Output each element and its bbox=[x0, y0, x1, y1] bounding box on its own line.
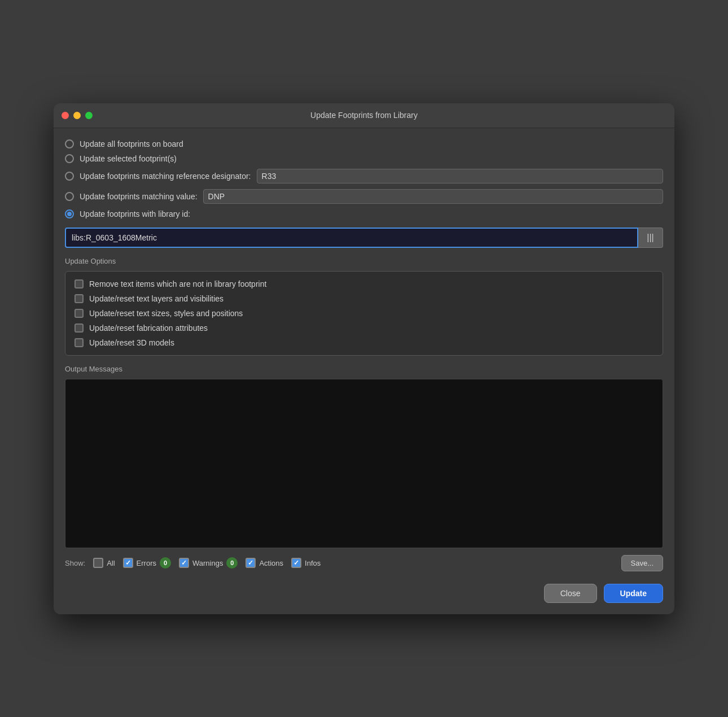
update-button[interactable]: Update bbox=[604, 584, 663, 603]
ref-designator-input[interactable] bbox=[257, 169, 663, 183]
radio-row-libid: Update footprints with library id: bbox=[65, 209, 663, 218]
value-input[interactable] bbox=[203, 189, 663, 204]
close-button[interactable]: Close bbox=[544, 584, 597, 603]
update-options-label: Update Options bbox=[65, 257, 663, 265]
option-row-0: Remove text items which are not in libra… bbox=[74, 279, 654, 288]
option-row-4: Update/reset 3D models bbox=[74, 338, 654, 347]
radio-all-label: Update all footprints on board bbox=[80, 139, 183, 148]
option-checkbox-1[interactable] bbox=[74, 294, 84, 303]
show-label: Show: bbox=[65, 559, 85, 567]
radio-value-label: Update footprints matching value: bbox=[80, 192, 198, 201]
option-label-0: Remove text items which are not in libra… bbox=[89, 279, 266, 288]
option-row-1: Update/reset text layers and visibilitie… bbox=[74, 294, 654, 303]
show-actions-checkbox[interactable] bbox=[245, 558, 256, 568]
option-checkbox-4[interactable] bbox=[74, 338, 84, 347]
maximize-window-button[interactable] bbox=[85, 112, 93, 119]
show-warnings-label: Warnings bbox=[192, 559, 223, 567]
bottom-buttons: Close Update bbox=[65, 579, 663, 605]
library-id-input[interactable] bbox=[65, 228, 638, 248]
radio-row-ref: Update footprints matching reference des… bbox=[65, 169, 663, 183]
show-warnings-item: Warnings 0 bbox=[179, 557, 238, 569]
show-bar: Show: All Errors 0 Warnings 0 Actions bbox=[65, 555, 663, 571]
option-row-2: Update/reset text sizes, styles and posi… bbox=[74, 309, 654, 318]
radio-row-selected: Update selected footprint(s) bbox=[65, 154, 663, 163]
show-actions-label: Actions bbox=[259, 559, 283, 567]
radio-libid[interactable] bbox=[65, 209, 74, 218]
titlebar: Update Footprints from Library bbox=[54, 103, 674, 128]
option-label-2: Update/reset text sizes, styles and posi… bbox=[89, 309, 243, 318]
show-all-item: All bbox=[93, 558, 115, 568]
show-infos-item: Infos bbox=[291, 558, 321, 568]
option-label-3: Update/reset fabrication attributes bbox=[89, 323, 208, 333]
output-area bbox=[65, 379, 663, 548]
window-title: Update Footprints from Library bbox=[310, 111, 418, 120]
show-errors-checkbox[interactable] bbox=[123, 558, 133, 568]
radio-selected-label: Update selected footprint(s) bbox=[80, 154, 177, 163]
output-messages-label: Output Messages bbox=[65, 365, 663, 373]
show-all-label: All bbox=[107, 559, 115, 567]
option-row-3: Update/reset fabrication attributes bbox=[74, 323, 654, 333]
radio-libid-label: Update footprints with library id: bbox=[80, 209, 190, 218]
option-label-1: Update/reset text layers and visibilitie… bbox=[89, 294, 223, 303]
save-button[interactable]: Save... bbox=[621, 555, 663, 571]
radio-row-all: Update all footprints on board bbox=[65, 139, 663, 148]
window-controls bbox=[62, 112, 93, 119]
option-checkbox-0[interactable] bbox=[74, 279, 84, 288]
warnings-count-badge: 0 bbox=[226, 557, 238, 569]
radio-row-value: Update footprints matching value: bbox=[65, 189, 663, 204]
library-id-row: ||| bbox=[65, 228, 663, 248]
option-label-4: Update/reset 3D models bbox=[89, 338, 174, 347]
content-area: Update all footprints on board Update se… bbox=[54, 128, 674, 614]
main-window: Update Footprints from Library Update al… bbox=[54, 103, 674, 614]
show-all-checkbox[interactable] bbox=[93, 558, 103, 568]
minimize-window-button[interactable] bbox=[73, 112, 81, 119]
browse-icon: ||| bbox=[647, 233, 654, 243]
option-checkbox-3[interactable] bbox=[74, 323, 84, 333]
errors-count-badge: 0 bbox=[160, 557, 171, 569]
show-actions-item: Actions bbox=[245, 558, 283, 568]
option-checkbox-2[interactable] bbox=[74, 309, 84, 318]
show-errors-label: Errors bbox=[137, 559, 156, 567]
options-panel: Remove text items which are not in libra… bbox=[65, 271, 663, 356]
radio-group: Update all footprints on board Update se… bbox=[65, 139, 663, 218]
radio-ref[interactable] bbox=[65, 172, 74, 181]
radio-ref-label: Update footprints matching reference des… bbox=[80, 172, 251, 181]
show-infos-label: Infos bbox=[305, 559, 321, 567]
radio-all[interactable] bbox=[65, 139, 74, 148]
close-window-button[interactable] bbox=[62, 112, 69, 119]
library-browse-button[interactable]: ||| bbox=[638, 228, 663, 248]
show-errors-item: Errors 0 bbox=[123, 557, 171, 569]
radio-selected[interactable] bbox=[65, 154, 74, 163]
show-warnings-checkbox[interactable] bbox=[179, 558, 189, 568]
show-infos-checkbox[interactable] bbox=[291, 558, 301, 568]
radio-value[interactable] bbox=[65, 192, 74, 201]
output-section: Output Messages bbox=[65, 365, 663, 548]
